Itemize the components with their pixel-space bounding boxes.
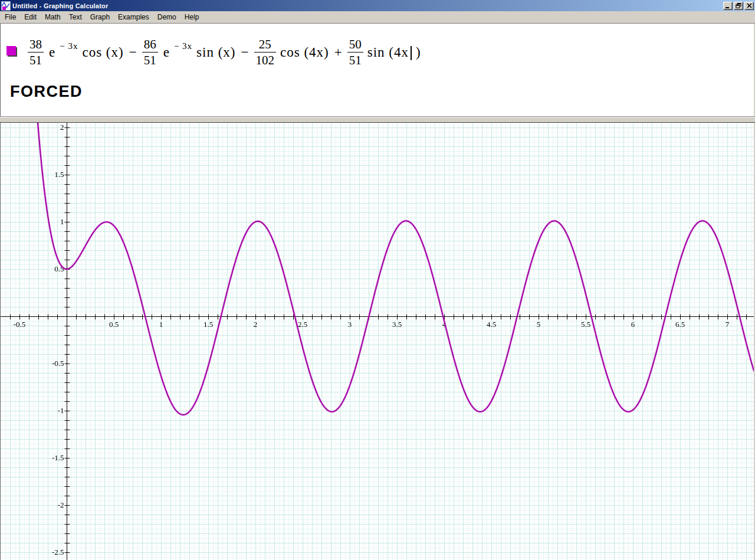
equation-part: 8651 [142, 37, 158, 68]
equation[interactable]: 3851e− 3xcos (x)−8651e− 3xsin (x)−25102c… [28, 37, 421, 68]
titlebar: Untitled - Graphing Calculator [0, 0, 755, 11]
graph-pane [0, 123, 755, 560]
text-caret [411, 46, 412, 60]
annotation-text[interactable]: FORCED [10, 83, 83, 101]
menu-graph[interactable]: Graph [86, 11, 114, 23]
equation-part: e [163, 45, 169, 60]
equation-part: sin (x) [196, 45, 235, 60]
equation-pane[interactable]: 3851e− 3xcos (x)−8651e− 3xsin (x)−25102c… [0, 24, 755, 116]
equation-part: 3851 [28, 37, 44, 68]
pane-splitter[interactable] [0, 116, 755, 123]
app-window: Untitled - Graphing Calculator Fil [0, 0, 755, 560]
menu-edit[interactable]: Edit [20, 11, 41, 23]
equation-color-swatch[interactable] [6, 46, 16, 55]
graph-canvas[interactable] [1, 123, 754, 560]
window-title: Untitled - Graphing Calculator [12, 2, 723, 9]
close-button[interactable] [744, 2, 754, 10]
menu-demo[interactable]: Demo [153, 11, 180, 23]
equation-part: sin (4x [367, 45, 409, 60]
equation-part: e [49, 45, 55, 60]
restore-icon [736, 3, 741, 8]
equation-part: − [240, 45, 250, 60]
menu-file[interactable]: File [1, 11, 20, 23]
minimize-button[interactable] [723, 2, 733, 10]
equation-part: 5051 [347, 37, 363, 68]
menu-examples[interactable]: Examples [114, 11, 153, 23]
equation-part: − 3x [60, 41, 78, 51]
menu-help[interactable]: Help [180, 11, 203, 23]
equation-part: − 3x [174, 41, 192, 51]
menu-math[interactable]: Math [41, 11, 65, 23]
menubar: File Edit Math Text Graph Examples Demo … [0, 11, 755, 24]
equation-part: cos (x) [82, 45, 123, 60]
minimize-icon [725, 3, 731, 8]
app-icon [1, 1, 11, 11]
equation-part: − [128, 45, 138, 60]
close-icon [747, 3, 752, 8]
window-controls [723, 2, 754, 10]
equation-part: 25102 [254, 37, 277, 68]
equation-part: cos (4x) [280, 45, 329, 60]
equation-part: ) [416, 45, 421, 60]
equation-part: + [333, 45, 343, 60]
restore-button[interactable] [734, 2, 743, 10]
menu-text[interactable]: Text [65, 11, 86, 23]
